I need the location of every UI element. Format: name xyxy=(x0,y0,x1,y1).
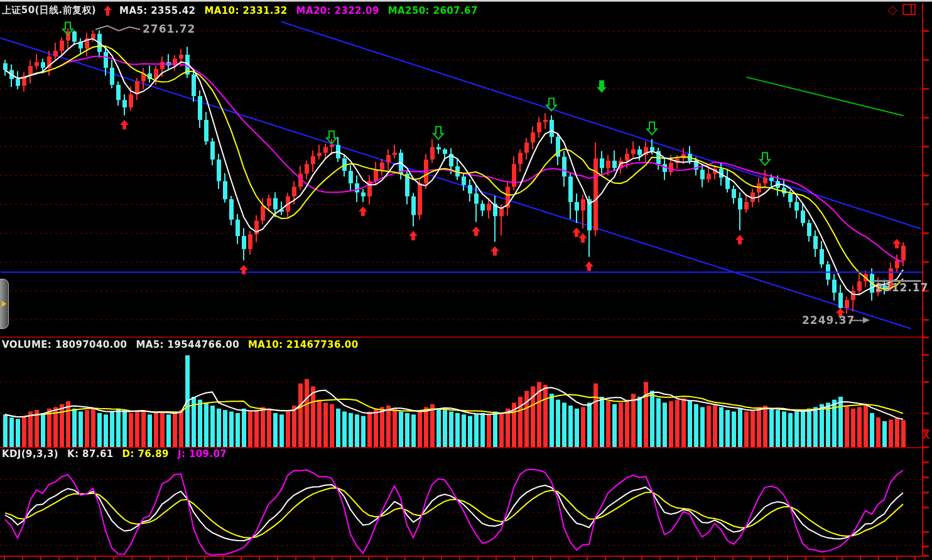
expand-right-icon xyxy=(2,301,6,307)
kdj-d-label: D: 76.89 xyxy=(122,448,169,460)
ma5-label: MA5: 2355.42 xyxy=(119,5,195,16)
window-controls: ◇ xyxy=(888,3,916,16)
panel-layout-icon[interactable] xyxy=(902,4,916,15)
trading-app-window: 上证50(日线.前复权) MA5: 2355.42 MA10: 2331.32 … xyxy=(0,0,932,560)
volume-ma10-label: MA10: 21467736.00 xyxy=(248,339,359,350)
diamond-icon[interactable]: ◇ xyxy=(888,3,897,16)
volume-label: VOLUME: 18097040.00 xyxy=(2,339,127,350)
symbol-title: 上证50(日线.前复权) xyxy=(2,4,96,16)
low-price-annotation: 2249.37 xyxy=(802,314,855,326)
sidebar-expander-tab[interactable] xyxy=(0,279,9,329)
window-top-edge xyxy=(0,0,932,2)
ma10-label: MA10: 2331.32 xyxy=(204,5,287,16)
kdj-k-label: K: 87.61 xyxy=(67,448,114,460)
kdj-j-label: J: 109.07 xyxy=(178,448,227,460)
kdj-header: KDJ(9,3,3) K: 87.61 D: 76.89 J: 109.07 xyxy=(2,448,227,460)
up-arrow-icon xyxy=(104,6,112,16)
close-volume-pane-button[interactable]: X xyxy=(923,429,929,440)
volume-header: VOLUME: 18097040.00 MA5: 19544766.00 MA1… xyxy=(2,339,359,350)
main-chart-header: 上证50(日线.前复权) MA5: 2355.42 MA10: 2331.32 … xyxy=(2,4,478,16)
ma20-label: MA20: 2322.09 xyxy=(296,5,379,16)
ma250-label: MA250: 2607.67 xyxy=(388,5,478,16)
chart-canvas[interactable] xyxy=(0,0,932,560)
peak-price-annotation: 2761.72 xyxy=(143,23,195,35)
volume-ma5-label: MA5: 19544766.00 xyxy=(136,339,239,350)
last-price-annotation: 2312.17 xyxy=(875,281,928,294)
kdj-title: KDJ(9,3,3) xyxy=(2,448,58,460)
